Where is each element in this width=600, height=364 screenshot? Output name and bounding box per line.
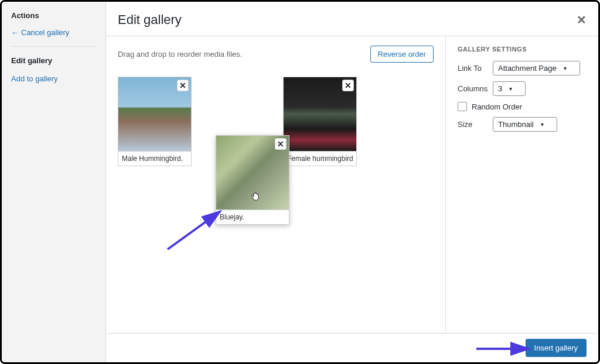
gallery-settings-panel: GALLERY SETTINGS Link To Attachment Page… bbox=[446, 36, 598, 333]
modal-header: Edit gallery ✕ bbox=[106, 2, 598, 36]
size-select[interactable]: Thumbnail ▾ bbox=[493, 117, 557, 132]
actions-sidebar: Actions ←Cancel gallery Edit gallery Add… bbox=[2, 2, 106, 362]
random-order-checkbox[interactable] bbox=[458, 102, 467, 111]
chevron-down-icon: ▾ bbox=[541, 121, 544, 128]
page-title: Edit gallery bbox=[118, 12, 182, 28]
sidebar-heading: Actions bbox=[11, 11, 96, 20]
thumb-image: ✕ bbox=[118, 77, 191, 151]
gallery-thumb[interactable]: ✕ bbox=[283, 77, 357, 166]
chevron-down-icon: ▾ bbox=[564, 65, 567, 71]
drag-hint: Drag and drop to reorder media files. bbox=[118, 50, 242, 59]
remove-thumb-button[interactable]: ✕ bbox=[342, 80, 354, 91]
close-icon: ✕ bbox=[179, 81, 186, 90]
cursor-grab-icon bbox=[251, 192, 261, 201]
caption-input[interactable] bbox=[216, 210, 289, 224]
remove-thumb-button[interactable]: ✕ bbox=[177, 80, 189, 91]
gallery-thumb[interactable]: ✕ bbox=[118, 77, 192, 166]
cancel-gallery-link[interactable]: ←Cancel gallery bbox=[11, 26, 96, 39]
settings-heading: GALLERY SETTINGS bbox=[458, 46, 587, 53]
link-to-value: Attachment Page bbox=[498, 64, 557, 73]
close-icon[interactable]: ✕ bbox=[577, 13, 587, 27]
thumb-image: ✕ bbox=[284, 77, 356, 151]
link-to-label: Link To bbox=[458, 64, 493, 73]
columns-select[interactable]: 3 ▾ bbox=[493, 81, 526, 96]
sidebar-divider bbox=[11, 46, 96, 47]
thumbnail-grid[interactable]: ✕ ✕ ✕ bbox=[118, 77, 434, 311]
close-icon: ✕ bbox=[277, 139, 284, 149]
caption-input[interactable] bbox=[118, 151, 191, 166]
reverse-order-button[interactable]: Reverse order bbox=[370, 46, 434, 63]
random-order-label: Random Order bbox=[472, 102, 522, 111]
cancel-gallery-label: Cancel gallery bbox=[21, 28, 69, 37]
add-to-gallery-link[interactable]: Add to gallery bbox=[11, 72, 96, 85]
svg-line-0 bbox=[168, 211, 220, 249]
edit-gallery-link[interactable]: Edit gallery bbox=[11, 54, 96, 67]
columns-value: 3 bbox=[498, 84, 502, 93]
remove-thumb-button[interactable]: ✕ bbox=[275, 138, 287, 150]
size-label: Size bbox=[458, 120, 493, 129]
caption-input[interactable] bbox=[284, 151, 356, 166]
size-value: Thumbnail bbox=[498, 120, 534, 129]
arrow-left-icon: ← bbox=[11, 28, 19, 37]
modal-footer: Insert gallery bbox=[106, 333, 598, 362]
close-icon: ✕ bbox=[345, 81, 352, 90]
insert-gallery-button[interactable]: Insert gallery bbox=[526, 339, 587, 357]
link-to-select[interactable]: Attachment Page ▾ bbox=[493, 61, 580, 75]
gallery-thumb-dragging[interactable]: ✕ bbox=[216, 135, 289, 225]
thumb-image: ✕ bbox=[216, 136, 289, 210]
columns-label: Columns bbox=[458, 84, 493, 93]
gallery-area: Drag and drop to reorder media files. Re… bbox=[106, 36, 446, 333]
chevron-down-icon: ▾ bbox=[509, 85, 512, 92]
